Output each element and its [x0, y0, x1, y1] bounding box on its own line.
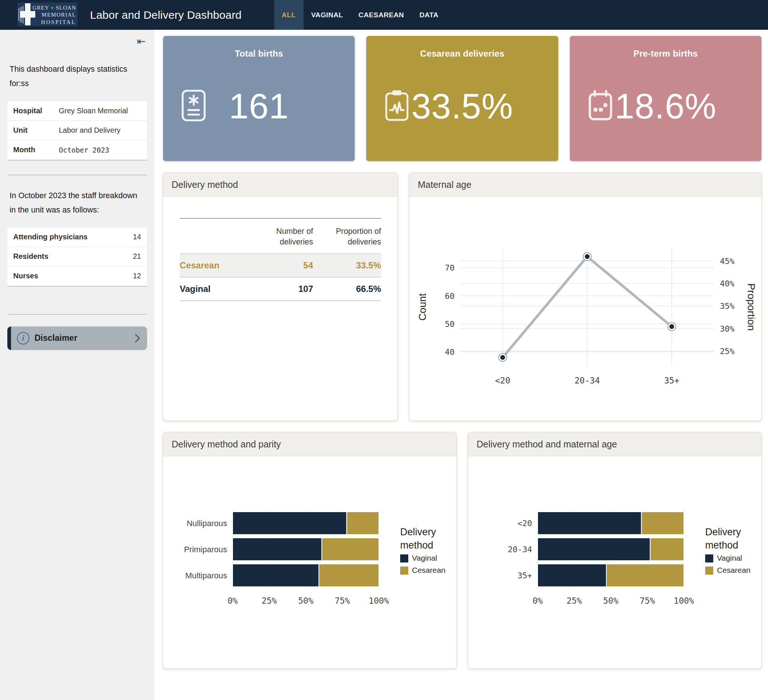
tab-all[interactable]: ALL: [274, 0, 304, 30]
svg-text:50%: 50%: [603, 596, 618, 605]
row-value: 21: [133, 252, 141, 261]
svg-text:Delivery: Delivery: [705, 527, 741, 538]
birth-certificate-icon: [182, 89, 206, 123]
chevron-right-icon: [134, 333, 140, 343]
row-label: Month: [13, 146, 59, 154]
svg-text:25%: 25%: [262, 596, 277, 605]
panel-title: Delivery method: [163, 173, 398, 197]
svg-text:Multiparous: Multiparous: [185, 571, 227, 580]
column-header: Number of deliveries: [254, 226, 313, 247]
svg-text:35+: 35+: [664, 376, 680, 385]
kpi-value: 161: [229, 86, 289, 127]
svg-text:<20: <20: [517, 519, 532, 528]
kpi-cesarean-deliveries: Cesarean deliveries 33.5%: [366, 36, 558, 162]
svg-text:100%: 100%: [674, 596, 694, 605]
tab-vaginal[interactable]: VAGINAL: [304, 0, 351, 30]
tab-data[interactable]: DATA: [412, 0, 446, 30]
top-nav-bar: GREY + SLOAN MEMORIAL HOSPITAL Labor and…: [0, 0, 768, 30]
svg-text:0%: 0%: [533, 596, 543, 605]
svg-text:Primiparous: Primiparous: [184, 545, 227, 554]
table-row: Hospital Grey Sloan Memorial: [7, 101, 147, 120]
kpi-value: 33.5%: [411, 86, 513, 127]
calendar-icon: [588, 89, 613, 123]
maternal-age-line-chart: 4050607025%30%35%40%45%<2020-3435+CountP…: [410, 197, 762, 421]
column-header: Proportion of deliveries: [313, 226, 381, 247]
svg-text:20-34: 20-34: [574, 376, 600, 385]
sidebar-collapse-icon[interactable]: ⇤: [137, 37, 146, 47]
svg-text:45%: 45%: [720, 256, 734, 266]
proportion-cell: 33.5%: [313, 260, 381, 271]
svg-text:50%: 50%: [298, 596, 314, 605]
svg-text:70: 70: [445, 263, 455, 272]
panel-delivery-method-parity: Delivery method and parity NulliparousPr…: [163, 432, 457, 669]
svg-text:GREY + SLOAN: GREY + SLOAN: [33, 5, 76, 11]
row-label: Unit: [13, 126, 59, 135]
svg-text:method: method: [705, 540, 738, 551]
svg-text:60: 60: [445, 291, 455, 300]
svg-text:method: method: [400, 540, 433, 551]
table-row-vaginal: Vaginal 107 66.5%: [180, 277, 381, 301]
svg-text:Count: Count: [417, 293, 428, 320]
info-icon: i: [17, 332, 29, 344]
delivery-method-table: Number of deliveries Proportion of deliv…: [180, 218, 381, 301]
row-label: Vaginal: [180, 284, 254, 294]
panel-title: Delivery method and parity: [163, 432, 456, 456]
count-cell: 54: [254, 260, 313, 271]
kpi-title: Cesarean deliveries: [366, 48, 558, 59]
row-label: Cesarean: [180, 260, 254, 271]
staff-intro-text: In October 2023 the staff breakdown in t…: [10, 189, 145, 217]
row-value: Labor and Delivery: [59, 126, 120, 135]
svg-text:75%: 75%: [640, 596, 655, 605]
svg-text:Vaginal: Vaginal: [412, 554, 437, 562]
svg-text:Delivery: Delivery: [400, 527, 436, 538]
svg-text:Vaginal: Vaginal: [717, 554, 742, 562]
svg-text:20-34: 20-34: [508, 545, 532, 554]
svg-text:50: 50: [445, 319, 455, 328]
svg-text:35%: 35%: [720, 301, 734, 311]
sidebar-intro-text: This dashboard displays statistics for:s…: [10, 62, 145, 90]
proportion-cell: 66.5%: [313, 284, 381, 294]
nav-tabs: ALL VAGINAL CAESAREAN DATA: [274, 0, 446, 30]
svg-text:Nulliparous: Nulliparous: [187, 519, 227, 528]
row-label: Attending physicians: [13, 233, 88, 241]
kpi-preterm-births: Pre-term births: [570, 36, 762, 162]
panel-title: Delivery method and maternal age: [468, 432, 762, 456]
row-label: Residents: [13, 252, 48, 261]
kpi-value: 18.6%: [615, 86, 717, 127]
svg-text:75%: 75%: [335, 596, 350, 605]
divider: [7, 314, 147, 315]
row-label: Nurses: [13, 272, 38, 280]
page-title: Labor and Delivery Dashboard: [90, 9, 242, 21]
kpi-row: Total births 161: [163, 36, 762, 162]
svg-text:Proportion: Proportion: [746, 283, 757, 330]
svg-text:MEMORIAL: MEMORIAL: [42, 12, 76, 18]
main-content: Total births 161: [154, 30, 768, 700]
svg-text:HOSPITAL: HOSPITAL: [41, 19, 76, 25]
row-label: Hospital: [13, 107, 59, 115]
panel-maternal-age: Maternal age 4050607025%30%35%40%45%<202…: [409, 172, 762, 421]
clipboard-pulse-icon: [385, 89, 409, 123]
svg-text:<20: <20: [495, 376, 510, 385]
disclaimer-button[interactable]: i Disclaimer: [7, 327, 147, 350]
panel-delivery-method: Delivery method Number of deliveries Pro…: [163, 172, 398, 421]
staff-table: Attending physicians 14 Residents 21 Nur…: [7, 227, 147, 287]
count-cell: 107: [254, 284, 313, 294]
svg-text:Cesarean: Cesarean: [717, 566, 750, 574]
svg-text:25%: 25%: [720, 347, 734, 356]
parity-stacked-bar-chart: NulliparousPrimiparousMultiparous0%25%50…: [163, 456, 456, 668]
hospital-logo: GREY + SLOAN MEMORIAL HOSPITAL: [17, 3, 78, 27]
table-row: Attending physicians 14: [7, 227, 147, 246]
disclaimer-label: Disclaimer: [35, 333, 134, 343]
svg-text:0%: 0%: [227, 596, 238, 605]
kpi-title: Total births: [163, 48, 355, 59]
row-value: Grey Sloan Memorial: [59, 107, 128, 115]
kpi-title: Pre-term births: [570, 48, 762, 59]
table-header-row: Number of deliveries Proportion of deliv…: [180, 218, 381, 254]
table-row: Month October 2023: [7, 141, 147, 159]
svg-text:40: 40: [445, 347, 455, 356]
table-row: Nurses 12: [7, 266, 147, 285]
kpi-total-births: Total births 161: [163, 36, 355, 162]
panel-title: Maternal age: [410, 173, 762, 197]
info-table: Hospital Grey Sloan Memorial Unit Labor …: [7, 101, 147, 161]
tab-caesarean[interactable]: CAESAREAN: [351, 0, 412, 30]
